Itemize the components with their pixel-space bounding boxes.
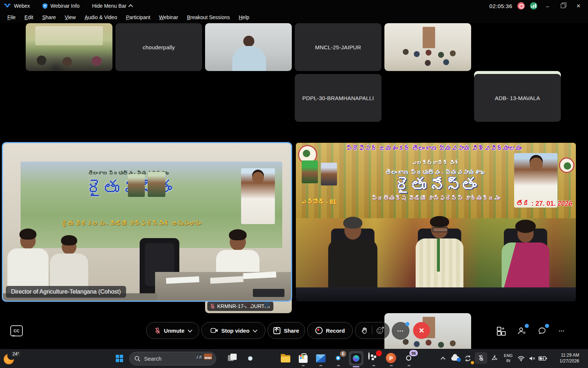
cursor-arrow-icon bbox=[492, 355, 498, 362]
running-indicator bbox=[337, 365, 340, 366]
language-indicator[interactable]: ENG IN bbox=[502, 353, 514, 364]
file-explorer-button[interactable] bbox=[279, 352, 292, 365]
webex-window: Webex Webinar Info Hide Menu Bar 02:05:3… bbox=[0, 0, 588, 368]
titlebar-left: Webex Webinar Info Hide Menu Bar bbox=[0, 2, 132, 10]
participant-tile-video-3[interactable] bbox=[205, 23, 292, 71]
participant-tile-adb-13-mavala[interactable]: ADB- 13-MAVALA bbox=[474, 74, 561, 122]
share-label: Share bbox=[284, 328, 299, 334]
chrome-button[interactable]: E bbox=[332, 352, 345, 365]
recording-indicator-icon[interactable] bbox=[517, 2, 525, 10]
obs-button[interactable] bbox=[368, 352, 380, 365]
chevron-down-icon[interactable] bbox=[252, 328, 257, 332]
more-panels-button[interactable]: ••• bbox=[556, 325, 567, 336]
participant-tile-mncl-25-jaipur[interactable]: MNCL-25-JAIPUR bbox=[295, 23, 381, 71]
notification-dot bbox=[545, 324, 549, 328]
running-indicator bbox=[302, 365, 305, 366]
volume-muted-tray-button[interactable] bbox=[527, 353, 537, 364]
pen-tray-button[interactable] bbox=[490, 353, 501, 364]
studio-backdrop-collage bbox=[296, 218, 576, 288]
mic-muted-tray-button[interactable] bbox=[475, 352, 487, 364]
stage-video-director-of-agriculture[interactable]: తెలంగాణ ప్రభుత్వం - వ్యవసాయశాఖ రైతు నేస్… bbox=[2, 142, 292, 302]
stage-video-studio-panel[interactable]: ప్రొఫెసర్ జయశంకర్ తెలంగాణ వ్యవసాయ విశ్వవ… bbox=[296, 143, 576, 301]
person-hair bbox=[515, 220, 536, 233]
participant-tile-video-5[interactable] bbox=[384, 23, 471, 71]
wifi-tray-button[interactable] bbox=[516, 353, 526, 364]
share-icon bbox=[273, 327, 280, 334]
layout-apps-button[interactable]: + bbox=[495, 325, 506, 336]
search-highlight-art[interactable]: ♪♬ bbox=[196, 354, 212, 360]
stop-video-button[interactable]: Stop video bbox=[201, 322, 265, 339]
banner-govt-line: తెలంగాణ ప్రభుత్వం - వ్యవసాయశాఖ bbox=[296, 169, 576, 176]
sync-tray-button[interactable] bbox=[462, 353, 473, 364]
participant-tile-video-1[interactable] bbox=[26, 23, 112, 71]
chrome-icon: E bbox=[333, 353, 344, 364]
task-view-button[interactable] bbox=[226, 352, 239, 365]
weather-widget[interactable]: 24° bbox=[3, 351, 24, 366]
menu-audio-video[interactable]: Audio & Video bbox=[80, 13, 121, 22]
menu-share[interactable]: Share bbox=[38, 13, 60, 22]
webex-app-icon bbox=[351, 353, 362, 364]
unmute-label: Unmute bbox=[164, 328, 184, 334]
participants-panel-button[interactable] bbox=[516, 325, 527, 336]
stop-video-label: Stop video bbox=[221, 328, 250, 334]
close-button[interactable]: × bbox=[573, 1, 584, 10]
menu-webinar[interactable]: Webinar bbox=[155, 13, 183, 22]
restore-button[interactable] bbox=[558, 1, 568, 10]
weather-temperature: 24° bbox=[11, 351, 21, 357]
minimize-button[interactable]: – bbox=[542, 1, 553, 10]
person-body bbox=[416, 238, 463, 288]
raise-hand-icon[interactable] bbox=[362, 327, 368, 334]
unmute-button[interactable]: Unmute bbox=[146, 322, 199, 339]
whatsapp-button[interactable]: 96 bbox=[403, 352, 415, 365]
banner-portrait-photo bbox=[148, 172, 165, 197]
cc-label: CC bbox=[14, 329, 19, 333]
onedrive-tray-button[interactable] bbox=[450, 353, 461, 364]
powerpoint-button[interactable]: P bbox=[385, 352, 398, 365]
music-notes-icon: ♪♬ bbox=[196, 354, 204, 360]
search-icon bbox=[134, 355, 140, 362]
menu-breakout-sessions[interactable]: Breakout Sessions bbox=[183, 13, 234, 22]
participant-tile-pdpl-30-bramhanapalli[interactable]: PDPL-30-BRAMHANAPALLI bbox=[295, 74, 381, 122]
chevron-down-icon[interactable] bbox=[187, 328, 192, 332]
tray-overflow-button[interactable] bbox=[438, 353, 448, 364]
chat-panel-button[interactable] bbox=[537, 325, 548, 336]
notification-dot bbox=[525, 324, 529, 328]
copilot-button[interactable] bbox=[262, 352, 274, 365]
camera-icon bbox=[211, 328, 218, 333]
menu-participant[interactable]: Participant bbox=[122, 13, 155, 22]
participant-name: PDPL-30-BRAMHANAPALLI bbox=[295, 74, 381, 122]
clock-tray[interactable]: 11:29 AM 1/27/2026 bbox=[553, 353, 579, 364]
menu-help[interactable]: Help bbox=[234, 13, 254, 22]
whatsapp-unread-badge: 96 bbox=[409, 350, 418, 356]
menu-bar: File Edit Share View Audio & Video Parti… bbox=[0, 12, 588, 23]
menu-file[interactable]: File bbox=[3, 13, 20, 22]
smiley-plus: + bbox=[382, 325, 384, 330]
leave-meeting-button[interactable]: × bbox=[413, 322, 430, 339]
closed-captions-button[interactable]: CC bbox=[10, 325, 23, 336]
tray-time: 11:29 AM bbox=[561, 353, 579, 358]
more-options-button[interactable]: ••• bbox=[392, 322, 409, 340]
person-hair bbox=[343, 217, 362, 229]
webex-app-button[interactable] bbox=[350, 352, 362, 365]
connection-quality-icon[interactable] bbox=[530, 2, 537, 10]
share-button[interactable]: Share bbox=[268, 322, 305, 339]
obs-recording-badge bbox=[376, 350, 382, 356]
menu-view[interactable]: View bbox=[60, 13, 80, 22]
taskbar-search[interactable]: Search ♪♬ bbox=[129, 352, 216, 365]
participant-tile-chouderpally[interactable]: chouderpally bbox=[115, 23, 202, 71]
webinar-info-button[interactable]: Webinar Info bbox=[42, 3, 79, 9]
app-name: Webex bbox=[14, 3, 30, 9]
record-button[interactable]: Record bbox=[307, 322, 353, 339]
reactions-smiley-icon[interactable]: + bbox=[377, 327, 383, 334]
banner-university-line: ప్రొఫెసర్ జయశంకర్ తెలంగాణ వ్యవసాయ విశ్వవ… bbox=[318, 145, 550, 152]
battery-tray-button[interactable] bbox=[537, 353, 548, 364]
outlook-button[interactable] bbox=[315, 352, 327, 365]
running-indicator bbox=[372, 365, 375, 366]
menu-edit[interactable]: Edit bbox=[20, 13, 38, 22]
hide-menu-bar-button[interactable]: Hide Menu Bar bbox=[92, 3, 132, 9]
hide-menu-bar-label: Hide Menu Bar bbox=[92, 3, 126, 9]
divider bbox=[372, 326, 372, 335]
microsoft-store-button[interactable] bbox=[297, 352, 309, 365]
edge-browser-button[interactable] bbox=[244, 352, 257, 365]
start-button[interactable] bbox=[113, 352, 126, 365]
